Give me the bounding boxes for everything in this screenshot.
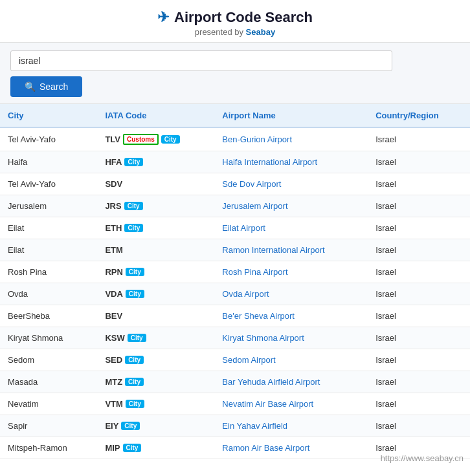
badge-city: City [121,422,140,430]
cell-airport[interactable]: Be'er Sheva Airport [214,305,368,327]
table-row: EilatETMRamon International AirportIsrae… [0,239,470,261]
airport-link[interactable]: Ramon Air Base Airport [222,443,309,453]
cell-country: Israel [368,217,470,239]
cell-country: Israel [368,327,470,349]
badge-city: City [125,378,144,386]
cell-airport[interactable]: Sedom Airport [214,349,368,371]
airport-link[interactable]: Ben-Gurion Airport [222,135,292,144]
cell-country: Israel [368,437,470,459]
header: ✈ Airport Code Search presented by Seaba… [0,0,470,43]
cell-city: Mitspeh-Ramon [0,437,97,459]
cell-country: Israel [368,371,470,393]
badge-city: City [123,444,142,452]
airport-link[interactable]: Kiryat Shmona Airport [222,333,304,343]
cell-country: Israel [368,173,470,195]
airport-link[interactable]: Ramon International Airport [222,245,324,255]
table-header-row: City IATA Code Airport Name Country/Regi… [0,104,470,127]
cell-airport[interactable]: Eilat Airport [214,217,368,239]
cell-airport[interactable]: Bar Yehuda Airfield Airport [214,371,368,393]
cell-airport[interactable]: Ein Yahav Airfield [214,415,368,437]
cell-airport[interactable]: Ovda Airport [214,283,368,305]
airport-link[interactable]: Rosh Pina Airport [222,267,287,277]
search-input[interactable] [10,50,392,71]
search-area: 🔍 Search [0,43,470,104]
table-row: EilatETHCityEilat AirportIsrael [0,217,470,239]
cell-iata: TLVCustomsCity [97,127,214,151]
airport-link[interactable]: Sde Dov Airport [222,179,281,189]
cell-city: Tel Aviv-Yafo [0,127,97,151]
cell-city: Nevatim [0,393,97,415]
cell-iata: RPNCity [97,261,214,283]
iata-code-value: ETH [105,223,122,233]
badge-city: City [124,202,143,210]
search-icon: 🔍 [25,81,36,92]
cell-airport[interactable]: Haifa International Airport [214,151,368,173]
airport-link[interactable]: Sedom Airport [222,355,275,365]
cell-airport[interactable]: Nevatim Air Base Airport [214,393,368,415]
table-row: OvdaVDACityOvda AirportIsrael [0,283,470,305]
results-table-container: City IATA Code Airport Name Country/Regi… [0,104,470,459]
airport-link[interactable]: Jerusalem Airport [222,201,287,211]
col-country: Country/Region [368,104,470,127]
iata-code-value: RPN [105,267,122,277]
cell-iata: MTZCity [97,371,214,393]
cell-iata: VTMCity [97,393,214,415]
cell-city: Haifa [0,151,97,173]
table-row: Rosh PinaRPNCityRosh Pina AirportIsrael [0,261,470,283]
table-row: BeerShebaBEVBe'er Sheva AirportIsrael [0,305,470,327]
cell-country: Israel [368,127,470,151]
search-button[interactable]: 🔍 Search [10,76,82,97]
header-subtitle: presented by Seabay [6,27,464,37]
airport-link[interactable]: Haifa International Airport [222,157,317,167]
airport-link[interactable]: Bar Yehuda Airfield Airport [222,377,320,387]
airport-link[interactable]: Eilat Airport [222,223,265,233]
table-row: NevatimVTMCityNevatim Air Base AirportIs… [0,393,470,415]
cell-country: Israel [368,393,470,415]
cell-city: Masada [0,371,97,393]
table-row: HaifaHFACityHaifa International AirportI… [0,151,470,173]
cell-country: Israel [368,283,470,305]
iata-code-value: TLV [105,135,120,144]
iata-code-value: VDA [105,289,122,299]
cell-city: Kiryat Shmona [0,327,97,349]
cell-country: Israel [368,349,470,371]
cell-iata: SEDCity [97,349,214,371]
badge-city: City [124,224,143,232]
cell-airport[interactable]: Sde Dov Airport [214,173,368,195]
cell-iata: ETM [97,239,214,261]
iata-code-value: SED [105,355,122,365]
cell-iata: SDV [97,173,214,195]
iata-code-value: MTZ [105,377,122,387]
cell-city: BeerSheba [0,305,97,327]
cell-iata: KSWCity [97,327,214,349]
col-iata: IATA Code [97,104,214,127]
airport-link[interactable]: Nevatim Air Base Airport [222,399,313,409]
badge-city: City [124,158,143,166]
airport-link[interactable]: Be'er Sheva Airport [222,311,295,321]
cell-airport[interactable]: Ramon Air Base Airport [214,437,368,459]
table-row: Mitspeh-RamonMIPCityRamon Air Base Airpo… [0,437,470,459]
badge-city: City [125,356,144,364]
cell-airport[interactable]: Rosh Pina Airport [214,261,368,283]
table-row: JerusalemJRSCityJerusalem AirportIsrael [0,195,470,217]
search-button-label: Search [39,81,68,92]
cell-city: Eilat [0,239,97,261]
airport-link[interactable]: Ein Yahav Airfield [222,421,287,431]
iata-code-value: VTM [105,399,122,409]
airport-link[interactable]: Ovda Airport [222,289,269,299]
cell-airport[interactable]: Jerusalem Airport [214,195,368,217]
table-row: Tel Aviv-YafoTLVCustomsCityBen-Gurion Ai… [0,127,470,151]
iata-code-value: EIY [105,421,118,431]
airplane-icon: ✈ [157,9,169,26]
cell-city: Eilat [0,217,97,239]
cell-country: Israel [368,305,470,327]
page-title: ✈ Airport Code Search [6,9,464,26]
iata-code-value: HFA [105,157,122,167]
cell-country: Israel [368,151,470,173]
cell-airport[interactable]: Ben-Gurion Airport [214,127,368,151]
cell-airport[interactable]: Ramon International Airport [214,239,368,261]
badge-customs: Customs [123,134,159,145]
cell-airport[interactable]: Kiryat Shmona Airport [214,327,368,349]
table-row: SapirEIYCityEin Yahav AirfieldIsrael [0,415,470,437]
cell-city: Tel Aviv-Yafo [0,173,97,195]
